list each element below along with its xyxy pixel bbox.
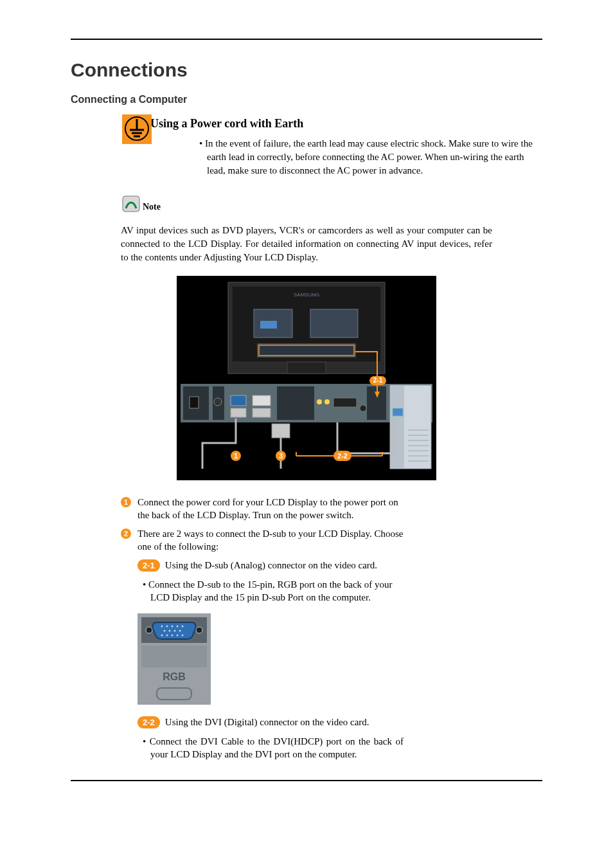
svg-point-36 (317, 399, 322, 404)
svg-point-54 (177, 625, 179, 627)
earth-bullet: • In the event of failure, the earth lea… (207, 137, 542, 177)
step-1-text: Connect the power cord for your LCD Disp… (138, 496, 404, 522)
numbered-steps: 1 Connect the power cord for your LCD Di… (121, 496, 404, 553)
earth-warning-block: Using a Power cord with Earth • In the e… (122, 114, 542, 179)
substep-2-2-bullet-text: Connect the DVI Cable to the DVI(HDCP) p… (150, 736, 404, 759)
svg-point-59 (179, 629, 181, 631)
earth-heading: Using a Power cord with Earth (150, 114, 542, 131)
svg-point-56 (164, 629, 166, 631)
svg-rect-38 (333, 398, 357, 407)
svg-rect-35 (253, 408, 271, 417)
connection-diagram: SAMSUNG (71, 276, 542, 483)
diagram-callout-3: 3 (279, 452, 283, 460)
diagram-callout-1: 1 (234, 452, 238, 460)
substep-2-1-badge: 2-1 (138, 559, 160, 572)
svg-rect-33 (231, 408, 246, 417)
svg-point-62 (172, 634, 173, 636)
svg-rect-15 (287, 362, 326, 374)
diagram-callout-2-2: 2-2 (337, 452, 348, 460)
step-2-number: 2 (121, 529, 131, 539)
svg-rect-12 (310, 309, 358, 338)
diagram-callout-2-1: 2-1 (373, 377, 383, 384)
note-body: AV input devices such as DVD players, VC… (121, 224, 492, 264)
substep-2-2-label: Using the DVI (Digital) connector on the… (165, 717, 369, 728)
rgb-port-figure: RGB (138, 613, 542, 707)
svg-rect-32 (231, 395, 246, 406)
step-2-text: There are 2 ways to connect the D-sub to… (138, 527, 404, 554)
substep-2-2-block: 2-2 Using the DVI (Digital) connector on… (138, 716, 404, 761)
substep-2-2-bullet: • Connect the DVI Cable to the DVI(HDCP)… (143, 735, 404, 761)
note-label: Note (143, 202, 161, 212)
svg-point-50 (196, 627, 202, 633)
monitor-brand-text: SAMSUNG (294, 292, 319, 298)
section-heading: Connecting a Computer (71, 94, 542, 105)
substep-2-1-bullet: • Connect the D-sub to the 15-pin, RGB p… (143, 578, 404, 604)
svg-rect-19 (277, 386, 314, 420)
svg-point-31 (214, 398, 222, 406)
substep-2-1-bullet-text: Connect the D-sub to the 15-pin, RGB por… (148, 579, 393, 602)
svg-rect-34 (253, 395, 271, 406)
svg-point-53 (172, 625, 173, 627)
substep-2-1-block: 2-1 Using the D-sub (Analog) connector o… (138, 559, 404, 604)
svg-rect-22 (390, 385, 404, 469)
svg-point-52 (166, 625, 168, 627)
step-1-number: 1 (121, 497, 131, 507)
note-block: Note (122, 195, 542, 212)
svg-point-55 (182, 625, 184, 627)
svg-rect-41 (393, 408, 403, 416)
svg-rect-65 (141, 646, 207, 667)
svg-rect-13 (258, 344, 355, 357)
svg-point-61 (166, 634, 168, 636)
svg-rect-40 (272, 424, 290, 438)
note-icon (122, 195, 140, 212)
svg-point-64 (182, 634, 184, 636)
substep-2-2-badge: 2-2 (138, 716, 160, 728)
svg-point-37 (324, 399, 330, 404)
svg-point-57 (169, 629, 171, 631)
bottom-rule (71, 780, 542, 781)
svg-point-51 (161, 625, 163, 627)
earth-bullet-text: In the event of failure, the earth lead … (205, 138, 533, 176)
svg-point-60 (161, 634, 163, 636)
svg-point-39 (360, 405, 366, 411)
svg-rect-30 (190, 397, 199, 408)
top-rule (71, 39, 542, 40)
earth-ground-icon (122, 114, 152, 144)
svg-rect-11 (260, 321, 277, 329)
svg-rect-6 (123, 196, 139, 212)
rgb-port-label: RGB (163, 671, 186, 682)
svg-point-49 (146, 627, 152, 633)
svg-point-63 (177, 634, 179, 636)
svg-point-58 (174, 629, 176, 631)
page-title: Connections (71, 59, 542, 81)
step-1: 1 Connect the power cord for your LCD Di… (121, 496, 404, 522)
step-2: 2 There are 2 ways to connect the D-sub … (121, 527, 404, 554)
substep-2-1-label: Using the D-sub (Analog) connector on th… (165, 560, 377, 571)
